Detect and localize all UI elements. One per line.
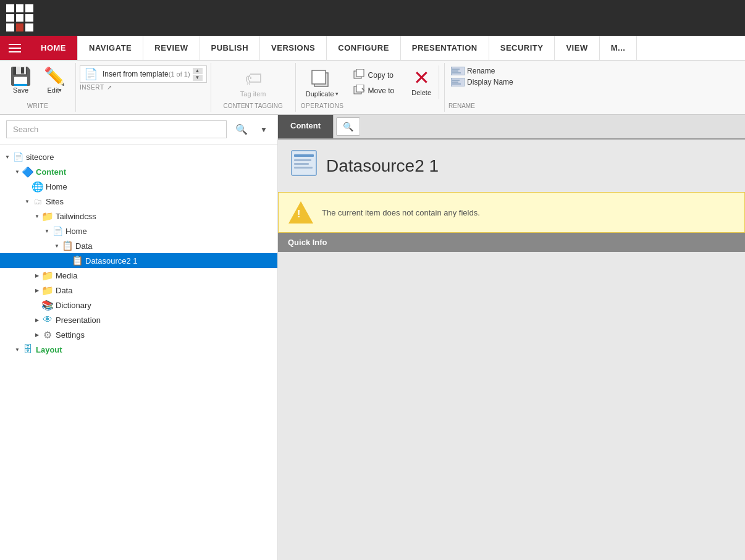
tree-label-content: Content xyxy=(36,167,66,177)
tree-label-settings: Settings xyxy=(56,330,85,340)
insert-arrows[interactable]: ▲ ▼ xyxy=(193,68,203,81)
svg-rect-17 xyxy=(294,159,311,161)
tree-item-sites[interactable]: ▼ 🗂 Sites xyxy=(0,194,277,209)
content-tagging-section-label: Content Tagging xyxy=(224,102,283,109)
tree-item-sitecore[interactable]: ▼ 📄 sitecore xyxy=(0,149,277,164)
delete-button[interactable]: ✕ Delete xyxy=(404,65,439,99)
tree-toggle-presentation[interactable]: ▶ xyxy=(32,315,42,325)
rename-label: Rename xyxy=(467,67,495,75)
ribbon-section-insert: 📄 Insert from template (1 of 1) ▲ ▼ Inse… xyxy=(76,63,211,112)
tree-item-settings[interactable]: ▶ ⚙ Settings xyxy=(0,327,277,342)
insert-arrow-down[interactable]: ▼ xyxy=(193,75,203,81)
svg-rect-19 xyxy=(294,167,313,169)
move-to-button[interactable]: Move to xyxy=(351,83,397,98)
search-dropdown-button[interactable]: ▼ xyxy=(256,122,271,138)
tree-toggle-sites[interactable]: ▼ xyxy=(22,196,32,206)
tree-label-dictionary: Dictionary xyxy=(56,301,91,310)
nav-item-versions[interactable]: VERSIONS xyxy=(260,36,327,60)
nav-item-security[interactable]: SECURITY xyxy=(489,36,555,60)
tree-icon-sitecore: 📄 xyxy=(12,151,23,162)
insert-arrow-up[interactable]: ▲ xyxy=(193,68,203,74)
nav-item-more[interactable]: M... xyxy=(600,36,638,60)
tree-item-tailwindcss[interactable]: ▼ 📁 Tailwindcss xyxy=(0,209,277,224)
tree-item-media[interactable]: ▶ 📁 Media xyxy=(0,268,277,283)
save-label: Save xyxy=(13,86,28,94)
tree-item-content[interactable]: ▼ 🔷 Content xyxy=(0,164,277,179)
tree-icon-sites: 🗂 xyxy=(32,196,43,207)
hamburger-menu[interactable] xyxy=(0,36,30,60)
tree-toggle-tailwindcss[interactable]: ▼ xyxy=(32,211,42,221)
warning-box: The current item does not contain any fi… xyxy=(278,192,745,233)
tree-icon-media: 📁 xyxy=(42,270,53,281)
logo-cell-1 xyxy=(6,4,14,12)
tree-toggle-settings[interactable]: ▶ xyxy=(32,330,42,340)
logo-cell-8 xyxy=(16,23,24,31)
tree-toggle-home2[interactable]: ▼ xyxy=(42,226,52,236)
nav-item-presentation[interactable]: PRESENTATION xyxy=(401,36,489,60)
rename-button[interactable]: Rename xyxy=(448,65,516,77)
duplicate-svg xyxy=(311,68,333,90)
search-input[interactable] xyxy=(6,120,227,138)
svg-rect-3 xyxy=(356,69,364,77)
tree-toggle-sitecore[interactable]: ▼ xyxy=(2,152,12,162)
tree-toggle-content[interactable]: ▼ xyxy=(12,167,22,177)
move-to-icon xyxy=(353,85,364,96)
ribbon-section-content-tagging: 🏷 Tag item Content Tagging xyxy=(211,63,296,112)
display-name-label: Display Name xyxy=(467,78,513,86)
tree-toggle-data-home[interactable]: ▼ xyxy=(52,241,62,251)
edit-label: Edit xyxy=(48,86,59,94)
tree-label-tailwindcss: Tailwindcss xyxy=(56,212,96,221)
display-name-button[interactable]: Display Name xyxy=(448,77,516,88)
insert-template-row[interactable]: 📄 Insert from template (1 of 1) ▲ ▼ xyxy=(80,65,207,83)
tree-label-layout: Layout xyxy=(36,345,62,354)
insert-expand-icon[interactable]: ↗ xyxy=(107,84,112,91)
tree-icon-data-home: 📋 xyxy=(62,240,73,251)
tree-item-data2[interactable]: ▶ 📁 Data xyxy=(0,283,277,298)
edit-label-row: Edit ▾ xyxy=(48,86,62,94)
insert-doc-icon: 📄 xyxy=(84,67,98,81)
tree-item-layout[interactable]: ▼ 🗄 Layout xyxy=(0,342,277,357)
tree-item-datasource2[interactable]: 📋 Datasource2 1 xyxy=(0,253,277,268)
tab-search-button[interactable]: 🔍 xyxy=(336,117,360,136)
tree-item-home2[interactable]: ▼ 📄 Home xyxy=(0,224,277,238)
insert-section-label: Insert xyxy=(80,84,104,91)
hamburger-icon xyxy=(9,44,21,52)
app-logo[interactable] xyxy=(6,4,33,31)
duplicate-label: Duplicate xyxy=(306,90,334,98)
nav-item-navigate[interactable]: NAVIGATE xyxy=(78,36,143,60)
tree-item-data-home[interactable]: ▼ 📋 Data xyxy=(0,238,277,253)
tree-toggle-layout[interactable]: ▼ xyxy=(12,345,22,354)
duplicate-button[interactable]: Duplicate ▾ xyxy=(301,65,343,100)
tree-item-dictionary[interactable]: 📚 Dictionary xyxy=(0,298,277,312)
logo-cell-7 xyxy=(6,23,14,31)
tree-label-datasource2: Datasource2 1 xyxy=(85,256,138,265)
nav-item-configure[interactable]: CONFIGURE xyxy=(327,36,401,60)
ribbon-toolbar: 💾 Save ✏️ Edit ▾ Write 📄 Insert from tem… xyxy=(0,61,745,115)
copy-to-button[interactable]: Copy to xyxy=(351,68,397,82)
search-icon-button[interactable]: 🔍 xyxy=(230,120,253,139)
svg-rect-5 xyxy=(356,85,364,92)
nav-item-view[interactable]: VIEW xyxy=(555,36,599,60)
nav-item-review[interactable]: REVIEW xyxy=(143,36,200,60)
tree-icon-dictionary: 📚 xyxy=(42,299,53,311)
main-layout: 🔍 ▼ ▼ 📄 sitecore ▼ 🔷 Content 🌐 Home xyxy=(0,115,745,560)
insert-label-row: Insert ↗ xyxy=(80,84,207,91)
tree-toggle-data2[interactable]: ▶ xyxy=(32,285,42,295)
tab-content[interactable]: Content xyxy=(278,115,334,138)
nav-item-home[interactable]: HOME xyxy=(30,36,78,60)
edit-button[interactable]: ✏️ Edit ▾ xyxy=(40,65,69,96)
nav-item-publish[interactable]: PUBLISH xyxy=(200,36,261,60)
svg-rect-18 xyxy=(294,163,309,165)
delete-label: Delete xyxy=(411,89,431,96)
tree-label-media: Media xyxy=(56,271,77,280)
save-button[interactable]: 💾 Save xyxy=(6,65,35,96)
move-icon-svg xyxy=(353,85,364,94)
rename-section-label: Rename xyxy=(448,102,516,109)
write-buttons: 💾 Save ✏️ Edit ▾ xyxy=(6,65,69,100)
tree-item-home-top[interactable]: 🌐 Home xyxy=(0,179,277,194)
tree-toggle-media[interactable]: ▶ xyxy=(32,270,42,280)
tree-label-data-home: Data xyxy=(75,241,92,251)
tree-item-presentation[interactable]: ▶ 👁 Presentation xyxy=(0,312,277,327)
item-header-icon xyxy=(290,149,318,182)
tree-icon-content: 🔷 xyxy=(22,166,33,177)
